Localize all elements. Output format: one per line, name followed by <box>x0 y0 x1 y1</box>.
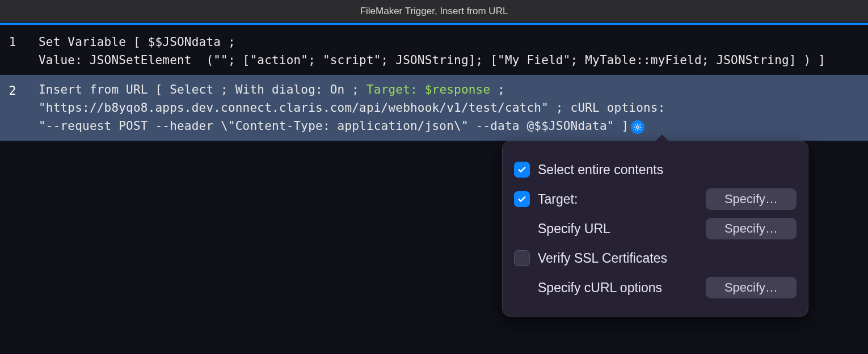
line-number: 1 <box>0 31 25 51</box>
option-label: Verify SSL Certificates <box>538 251 797 266</box>
option-label: Select entire contents <box>538 162 797 178</box>
specify-target-button[interactable]: Specify… <box>706 188 797 210</box>
specify-curl-button[interactable]: Specify… <box>706 277 797 298</box>
script-step-code: Set Variable [ $$JSONdata ; Value: JSONS… <box>25 31 868 71</box>
option-row-select-contents: Select entire contents <box>514 156 797 183</box>
checkbox-verify-ssl[interactable] <box>514 250 530 266</box>
window-titlebar: FileMaker Trigger, Insert from URL <box>0 0 868 23</box>
script-step-row[interactable]: 1 Set Variable [ $$JSONdata ; Value: JSO… <box>0 25 868 71</box>
check-icon <box>517 165 527 175</box>
option-label: Target: <box>538 192 698 207</box>
svg-point-0 <box>637 126 639 128</box>
checkbox-target[interactable] <box>514 191 530 207</box>
check-icon <box>517 194 527 204</box>
option-label: Specify URL <box>538 221 698 237</box>
option-label: Specify cURL options <box>538 280 698 296</box>
script-step-code: Insert from URL [ Select ; With dialog: … <box>25 78 868 137</box>
script-step-row-selected[interactable]: 2 Insert from URL [ Select ; With dialog… <box>0 75 868 141</box>
gear-icon[interactable] <box>631 120 644 134</box>
option-row-specify-url: Specify URL Specify… <box>514 215 797 242</box>
target-highlight: Target: $response <box>366 83 490 96</box>
option-row-specify-curl: Specify cURL options Specify… <box>514 274 797 301</box>
line-number: 2 <box>0 78 25 100</box>
specify-url-button[interactable]: Specify… <box>706 218 797 239</box>
script-editor: 1 Set Variable [ $$JSONdata ; Value: JSO… <box>0 25 868 141</box>
step-options-popover: Select entire contents Target: Specify… … <box>502 141 808 317</box>
checkbox-select-contents[interactable] <box>514 162 530 178</box>
option-row-target: Target: Specify… <box>514 186 797 213</box>
window-title: FileMaker Trigger, Insert from URL <box>360 6 508 17</box>
option-row-verify-ssl: Verify SSL Certificates <box>514 245 797 272</box>
